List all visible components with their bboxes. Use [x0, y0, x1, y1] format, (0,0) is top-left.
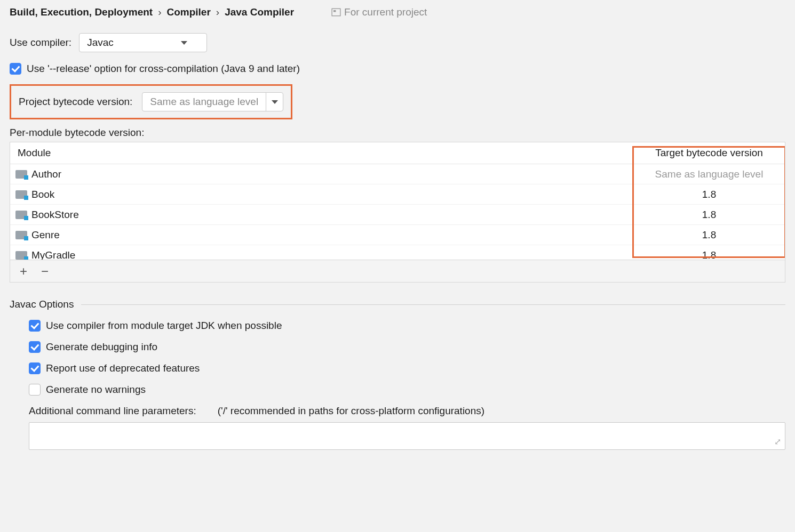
opt-nowarn-checkbox[interactable]	[29, 384, 41, 396]
col-target-label: Target bytecode version	[655, 147, 763, 158]
target-cell[interactable]: 1.8	[633, 189, 785, 200]
module-name: BookStore	[31, 209, 79, 221]
target-cell[interactable]: 1.8	[633, 229, 785, 241]
table-row[interactable]: Genre1.8	[10, 225, 785, 245]
table-header: Module Target bytecode version	[10, 142, 785, 164]
folder-icon	[15, 211, 27, 219]
opt-deprecated-row[interactable]: Report use of deprecated features	[29, 362, 785, 374]
params-field[interactable]	[29, 422, 785, 450]
scope-label: For current project	[344, 6, 427, 18]
expand-icon[interactable]: ⤢	[774, 437, 781, 447]
crumb-build[interactable]: Build, Execution, Deployment	[10, 6, 153, 18]
svg-rect-0	[332, 9, 340, 16]
use-compiler-select[interactable]: Javac	[79, 33, 207, 52]
divider	[81, 304, 785, 305]
scope-current-project: For current project	[331, 6, 427, 18]
module-cell: Author	[10, 168, 633, 180]
project-bytecode-label: Project bytecode version:	[19, 96, 132, 108]
project-scope-icon	[331, 7, 341, 17]
project-bytecode-value: Same as language level	[142, 96, 266, 108]
folder-icon	[15, 190, 27, 199]
remove-button[interactable]: −	[41, 265, 49, 278]
table-row[interactable]: Book1.8	[10, 184, 785, 205]
crumb-java-compiler[interactable]: Java Compiler	[225, 6, 294, 18]
crumb-compiler[interactable]: Compiler	[166, 6, 210, 18]
target-cell[interactable]: Same as language level	[633, 168, 785, 180]
opt-nowarn-label: Generate no warnings	[46, 384, 146, 396]
folder-icon	[15, 231, 27, 239]
module-name: MyGradle	[31, 249, 75, 260]
opt-deprecated-label: Report use of deprecated features	[46, 362, 200, 374]
opt-target-jdk-row[interactable]: Use compiler from module target JDK when…	[29, 320, 785, 332]
module-cell: BookStore	[10, 209, 633, 221]
use-compiler-row: Use compiler: Javac	[10, 33, 785, 52]
opt-target-jdk-label: Use compiler from module target JDK when…	[46, 320, 282, 332]
module-name: Author	[31, 168, 61, 180]
table-row[interactable]: MyGradle1.8	[10, 245, 785, 260]
per-module-label: Per-module bytecode version:	[10, 127, 785, 139]
add-button[interactable]: +	[20, 265, 27, 278]
table-row[interactable]: BookStore1.8	[10, 205, 785, 225]
target-cell[interactable]: 1.8	[633, 249, 785, 260]
use-compiler-value: Javac	[79, 37, 176, 49]
table-footer: + −	[10, 260, 785, 282]
opt-debug-label: Generate debugging info	[46, 341, 157, 353]
javac-options-label: Javac Options	[10, 299, 74, 310]
table-row[interactable]: AuthorSame as language level	[10, 164, 785, 184]
project-bytecode-highlight: Project bytecode version: Same as langua…	[10, 84, 292, 119]
params-hint: ('/' recommended in paths for cross-plat…	[218, 405, 484, 417]
folder-icon	[15, 251, 27, 260]
module-cell: Book	[10, 189, 633, 200]
svg-rect-1	[333, 10, 336, 12]
module-name: Genre	[31, 229, 60, 241]
params-label: Additional command line parameters:	[29, 405, 196, 417]
params-field-wrap: ⤢	[29, 422, 785, 450]
opt-nowarn-row[interactable]: Generate no warnings	[29, 384, 785, 396]
release-option-row[interactable]: Use '--release' option for cross-compila…	[10, 63, 785, 75]
col-module[interactable]: Module	[10, 147, 633, 159]
javac-options: Use compiler from module target JDK when…	[10, 320, 785, 450]
breadcrumb: Build, Execution, Deployment › Compiler …	[10, 6, 294, 18]
use-compiler-label: Use compiler:	[10, 37, 71, 49]
breadcrumb-row: Build, Execution, Deployment › Compiler …	[10, 6, 785, 18]
table-body: AuthorSame as language levelBook1.8BookS…	[10, 164, 785, 260]
chevron-down-icon	[266, 93, 283, 111]
release-option-label: Use '--release' option for cross-compila…	[27, 63, 300, 75]
opt-debug-checkbox[interactable]	[29, 341, 41, 353]
col-target[interactable]: Target bytecode version	[633, 147, 785, 159]
module-table: Module Target bytecode version AuthorSam…	[10, 142, 785, 283]
module-cell: Genre	[10, 229, 633, 241]
params-row: Additional command line parameters: ('/'…	[29, 405, 785, 417]
opt-target-jdk-checkbox[interactable]	[29, 320, 41, 332]
folder-icon	[15, 170, 27, 179]
chevron-down-icon	[176, 34, 193, 52]
project-bytecode-select[interactable]: Same as language level	[142, 92, 283, 111]
chevron-right-icon: ›	[158, 6, 161, 18]
opt-deprecated-checkbox[interactable]	[29, 362, 41, 374]
module-cell: MyGradle	[10, 249, 633, 260]
module-name: Book	[31, 189, 54, 200]
javac-options-section: Javac Options	[10, 299, 785, 310]
target-cell[interactable]: 1.8	[633, 209, 785, 221]
chevron-right-icon: ›	[216, 6, 219, 18]
release-option-checkbox[interactable]	[10, 63, 21, 75]
opt-debug-row[interactable]: Generate debugging info	[29, 341, 785, 353]
